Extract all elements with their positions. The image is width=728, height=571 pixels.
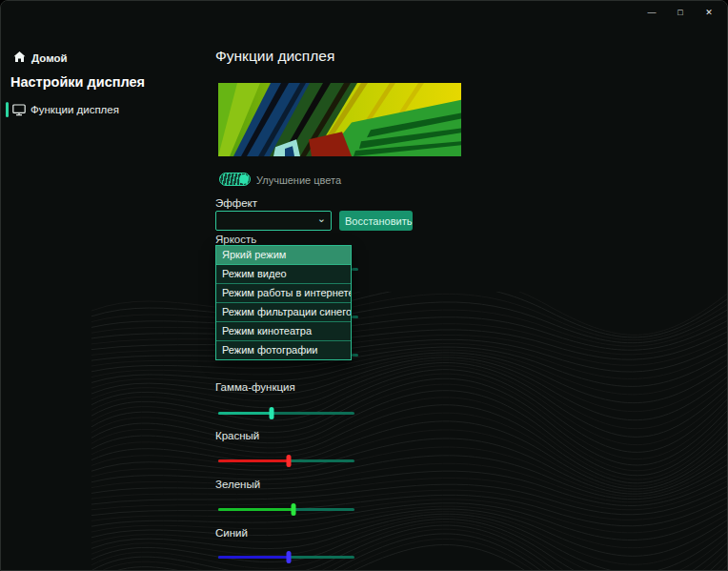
sidebar-item-label: Функции дисплея: [30, 104, 119, 115]
slider-handle[interactable]: [291, 503, 295, 516]
page-title: Функции дисплея: [215, 48, 334, 65]
selected-indicator: [6, 102, 9, 117]
effect-label: Эффект: [215, 197, 257, 209]
slider-label-red: Красный: [215, 430, 259, 441]
sidebar-item-display-features[interactable]: Функции дисплея: [1, 100, 196, 119]
monitor-icon: [12, 103, 26, 120]
sidebar-home-label: Домой: [31, 52, 68, 64]
dropdown-option[interactable]: Яркий режим: [216, 246, 351, 265]
dropdown-option[interactable]: Режим кинотеатра: [216, 322, 351, 341]
titlebar: — □ ✕: [1, 1, 727, 24]
slider-label-green: Зеленый: [215, 479, 260, 490]
slider-handle[interactable]: [287, 551, 292, 563]
slider-label-gamma: Гамма-функция: [215, 381, 295, 393]
slider-handle[interactable]: [269, 407, 273, 419]
brightness-label: Яркость: [215, 234, 256, 245]
toggle-knob: [239, 174, 249, 184]
hidden-slider-fragment: [352, 316, 358, 318]
slider-fill: [218, 412, 272, 415]
home-icon: [13, 50, 26, 67]
slider-fill: [218, 556, 289, 559]
sidebar-section-title: Настройки дисплея: [10, 74, 145, 90]
toggle-label: Улучшение цвета: [256, 174, 341, 186]
dropdown-option[interactable]: Режим работы в интернете: [216, 284, 351, 303]
dropdown-option[interactable]: Режим фильтрации синего света: [216, 303, 351, 322]
wave-background-decoration: [91, 292, 728, 571]
slider-label-blue: Синий: [215, 527, 248, 539]
effect-dropdown-list: Яркий режим Режим видео Режим работы в и…: [215, 245, 352, 360]
color-enhancement-toggle[interactable]: [219, 173, 251, 186]
red-slider[interactable]: [218, 455, 354, 467]
dropdown-option[interactable]: Режим фотографии: [216, 341, 351, 359]
dropdown-option[interactable]: Режим видео: [216, 265, 351, 284]
blue-slider[interactable]: [218, 551, 354, 563]
slider-handle[interactable]: [287, 455, 292, 467]
effect-combobox[interactable]: ⌄: [215, 211, 332, 231]
hidden-slider-fragment: [352, 354, 358, 357]
green-slider[interactable]: [218, 503, 354, 516]
slider-fill: [218, 508, 293, 511]
close-button[interactable]: ✕: [695, 2, 723, 23]
hidden-slider-fragment: [352, 268, 358, 271]
gamma-slider[interactable]: [218, 407, 354, 419]
restore-button[interactable]: Восстановить: [339, 211, 413, 231]
app-window: — □ ✕ Домой Настройки дисплея Функции ди…: [0, 0, 728, 571]
minimize-button[interactable]: —: [637, 2, 666, 23]
chevron-down-icon: ⌄: [317, 213, 326, 225]
slider-fill: [218, 459, 289, 462]
color-preview-image: [218, 83, 461, 156]
maximize-button[interactable]: □: [666, 2, 695, 23]
sidebar-item-home[interactable]: Домой: [13, 50, 68, 67]
